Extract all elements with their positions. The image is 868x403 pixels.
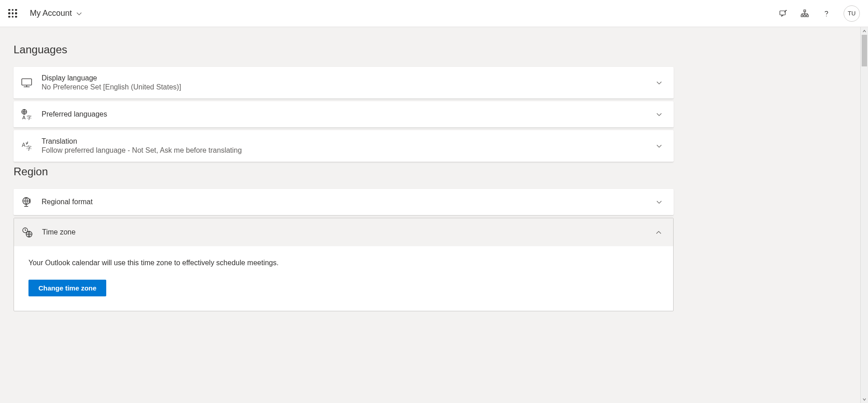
- globe-language-icon: A 字: [21, 108, 33, 120]
- card-translation: A 字 Translation Follow preferred languag…: [14, 130, 674, 162]
- svg-text:A: A: [22, 142, 25, 148]
- card-header-preferred-languages[interactable]: A 字 Preferred languages: [14, 101, 674, 127]
- svg-rect-3: [801, 15, 803, 17]
- avatar-initials: TU: [848, 10, 855, 17]
- chevron-down-icon: [656, 198, 663, 206]
- monitor-icon: [21, 77, 33, 89]
- chevron-down-icon: [656, 111, 663, 118]
- top-bar-right: TU: [778, 5, 860, 22]
- app-title-dropdown[interactable]: My Account: [30, 9, 83, 18]
- card-regional-format: Regional format: [14, 189, 674, 215]
- card-time-zone: Time zone Your Outlook calendar will use…: [14, 218, 674, 311]
- top-bar-left: My Account: [8, 9, 83, 18]
- translate-icon: A 字: [21, 140, 33, 152]
- feedback-icon[interactable]: [778, 9, 788, 18]
- svg-rect-5: [807, 15, 808, 17]
- svg-text:字: 字: [27, 115, 32, 120]
- chevron-down-icon: [656, 79, 663, 86]
- card-title: Preferred languages: [42, 110, 646, 118]
- card-header-regional-format[interactable]: Regional format: [14, 189, 674, 215]
- svg-rect-4: [804, 15, 806, 17]
- chevron-up-icon: [655, 229, 662, 236]
- svg-text:字: 字: [26, 145, 32, 151]
- section-title-languages: Languages: [14, 43, 674, 56]
- svg-rect-0: [780, 11, 785, 15]
- card-header-time-zone[interactable]: Time zone: [14, 218, 673, 246]
- top-bar: My Account: [0, 0, 868, 27]
- scroll-track[interactable]: [861, 35, 868, 324]
- svg-point-6: [826, 15, 827, 16]
- card-title: Display language: [42, 74, 646, 82]
- svg-rect-2: [804, 10, 806, 12]
- card-title: Time zone: [42, 228, 646, 236]
- chevron-down-icon: [656, 142, 663, 150]
- card-subtitle: Follow preferred language - Not Set, Ask…: [42, 146, 646, 155]
- card-text: Regional format: [42, 198, 646, 206]
- change-time-zone-button[interactable]: Change time zone: [28, 280, 106, 296]
- clock-globe-icon: [21, 226, 33, 238]
- card-header-translation[interactable]: A 字 Translation Follow preferred languag…: [14, 130, 674, 162]
- user-avatar[interactable]: TU: [844, 5, 860, 22]
- vertical-scrollbar[interactable]: [860, 27, 868, 324]
- svg-point-1: [786, 10, 787, 10]
- org-chart-icon[interactable]: [800, 9, 809, 18]
- card-text: Time zone: [42, 228, 646, 236]
- section-title-region: Region: [14, 165, 674, 178]
- globe-stand-icon: [21, 196, 33, 208]
- help-icon[interactable]: [822, 9, 831, 18]
- svg-rect-7: [22, 79, 32, 85]
- card-text: Preferred languages: [42, 110, 646, 118]
- app-title-label: My Account: [30, 9, 72, 18]
- svg-text:A: A: [22, 115, 26, 120]
- card-body-time-zone: Your Outlook calendar will use this time…: [14, 246, 673, 311]
- card-text: Display language No Preference Set [Engl…: [42, 74, 646, 91]
- scroll-thumb[interactable]: [862, 35, 867, 66]
- card-header-display-language[interactable]: Display language No Preference Set [Engl…: [14, 67, 674, 98]
- card-preferred-languages: A 字 Preferred languages: [14, 101, 674, 127]
- main-content: Languages Display language No Preference…: [0, 27, 687, 324]
- chevron-down-icon: [75, 10, 83, 17]
- card-title: Translation: [42, 137, 646, 145]
- card-display-language: Display language No Preference Set [Engl…: [14, 67, 674, 98]
- card-subtitle: No Preference Set [English (United State…: [42, 83, 646, 91]
- scroll-up-arrow-icon[interactable]: [861, 27, 868, 35]
- app-launcher-icon[interactable]: [8, 9, 17, 18]
- card-text: Translation Follow preferred language - …: [42, 137, 646, 155]
- time-zone-description: Your Outlook calendar will use this time…: [28, 259, 659, 267]
- card-title: Regional format: [42, 198, 646, 206]
